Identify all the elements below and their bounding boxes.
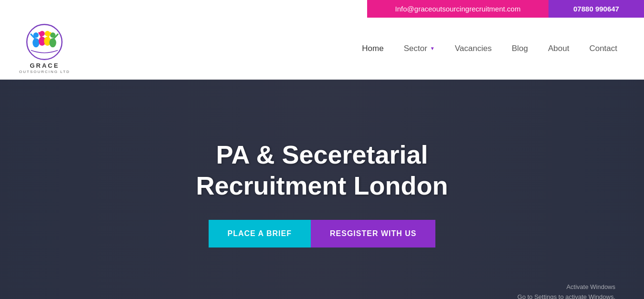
nav-home[interactable]: Home [354,40,391,57]
nav-blog[interactable]: Blog [504,40,536,57]
logo-sub-name: OUTSOURCING LTD [19,70,70,74]
register-button[interactable]: RESGISTER WITH US [311,220,435,247]
hero-section: PA & Seceretarial Recruitment London PLA… [0,80,644,299]
site-header: GRACE OUTSOURCING LTD Home Sector ▼ Vaca… [0,18,644,80]
phone-contact[interactable]: 07880 990647 [549,0,644,18]
windows-activation-watermark: Activate Windows Go to Settings to activ… [517,282,615,299]
watermark-line1: Activate Windows [517,282,615,292]
hero-title-line2: Recruitment London [196,170,448,201]
hero-cta-buttons: PLACE A BRIEF RESGISTER WITH US [196,220,448,247]
nav-about[interactable]: About [540,40,577,57]
logo[interactable]: GRACE OUTSOURCING LTD [19,23,70,74]
top-bar: Info@graceoutsourcingrecruitment.com 078… [0,0,644,18]
email-contact[interactable]: Info@graceoutsourcingrecruitment.com [367,0,549,18]
watermark-line2: Go to Settings to activate Windows. [517,292,615,299]
nav-sector[interactable]: Sector ▼ [396,40,443,57]
place-brief-button[interactable]: PLACE A BRIEF [209,220,311,247]
main-nav: Home Sector ▼ Vacancies Blog About Conta… [354,40,625,57]
nav-contact[interactable]: Contact [581,40,625,57]
sector-dropdown-chevron: ▼ [430,46,435,51]
logo-company-name: GRACE [30,62,59,69]
nav-vacancies[interactable]: Vacancies [447,40,499,57]
hero-content: PA & Seceretarial Recruitment London PLA… [196,139,448,258]
logo-icon [25,23,63,61]
hero-title-line1: PA & Seceretarial [196,139,448,170]
